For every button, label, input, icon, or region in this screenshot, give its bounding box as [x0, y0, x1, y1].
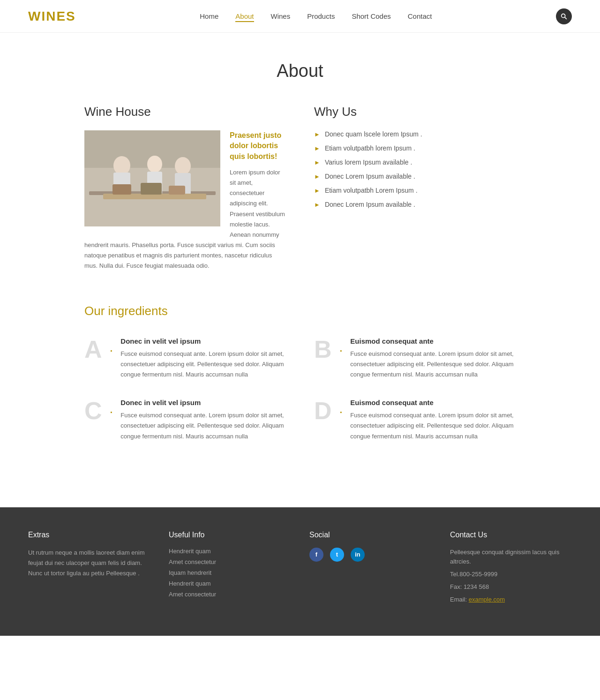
svg-point-9 — [175, 157, 191, 175]
nav-item-wines[interactable]: Wines — [271, 12, 291, 21]
wine-house-image — [84, 130, 220, 226]
ingredient-dot-a: . — [110, 341, 113, 354]
list-item: ► Varius lorem Ipsum available . — [314, 158, 516, 166]
footer-contact-address: Pelleesque conquat dignissim lacus quis … — [450, 548, 572, 567]
footer-contact-heading: Contact Us — [450, 531, 572, 539]
why-us-heading: Why Us — [314, 105, 516, 119]
ingredient-title-a: Donec in velit vel ipsum — [120, 337, 286, 345]
nav-item-products[interactable]: Products — [307, 12, 335, 21]
nav-item-home[interactable]: Home — [200, 12, 218, 21]
ingredient-dot-d: . — [339, 402, 343, 415]
twitter-icon[interactable]: t — [330, 548, 344, 562]
social-icons: f t in — [309, 548, 431, 562]
footer-extras: Extras Ut rutrum neque a mollis laoreet … — [28, 531, 150, 608]
nav-item-contact[interactable]: Contact — [408, 12, 432, 21]
list-item[interactable]: Amet consectetur — [169, 558, 291, 565]
ingredient-body-b: Fusce euismod consequat ante. Lorem ipsu… — [350, 349, 516, 380]
ingredients-heading: Our ingredients — [84, 304, 516, 318]
arrow-icon: ► — [314, 159, 320, 166]
ingredient-text-a: Donec in velit vel ipsum Fusce euismod c… — [120, 337, 286, 380]
search-button[interactable] — [556, 8, 572, 24]
arrow-icon: ► — [314, 145, 320, 152]
ingredient-body-a: Fusce euismod consequat ante. Lorem ipsu… — [120, 349, 286, 380]
ingredient-b: B . Euismod consequat ante Fusce euismod… — [314, 337, 516, 380]
ingredient-letter-c: C — [84, 399, 102, 423]
ingredient-title-c: Donec in velit vel ipsum — [120, 399, 286, 406]
svg-rect-14 — [169, 186, 185, 195]
ingredient-dot-c: . — [110, 402, 113, 415]
footer-contact-fax: Fax: 1234 568 — [450, 582, 572, 592]
ingredient-text-b: Euismod consequat ante Fusce euismod con… — [350, 337, 516, 380]
wine-house-illustration — [84, 130, 220, 226]
linkedin-icon[interactable]: in — [351, 548, 365, 562]
wine-house-section: Wine House — [84, 105, 286, 271]
ingredient-letter-a: A — [84, 337, 102, 361]
ingredient-letter-b: B — [314, 337, 332, 361]
main-content: Wine House — [70, 105, 530, 507]
svg-rect-12 — [112, 184, 131, 195]
list-item: ► Donec quam lscele lorem Ipsum . — [314, 130, 516, 138]
nav-item-about[interactable]: About — [235, 12, 254, 21]
ingredient-dot-b: . — [339, 341, 343, 354]
list-item: ► Donec Lorem Ipsum available . — [314, 201, 516, 208]
footer: Extras Ut rutrum neque a mollis laoreet … — [0, 507, 600, 636]
svg-point-7 — [147, 156, 162, 173]
site-logo[interactable]: WINES — [28, 9, 76, 24]
footer-contact-tel: Tel.800-255-9999 — [450, 570, 572, 580]
main-nav: WINES Home About Wines Products Short Co… — [0, 0, 600, 33]
list-item: ► Donec Lorem Ipsum available . — [314, 173, 516, 180]
ingredients-section: Our ingredients A . Donec in velit vel i… — [84, 304, 516, 442]
list-item: ► Etiam volutpatbh lorem Ipsum . — [314, 144, 516, 152]
ingredient-title-d: Euismod consequat ante — [350, 399, 516, 406]
ingredient-letter-d: D — [314, 399, 332, 423]
nav-item-shortcodes[interactable]: Short Codes — [352, 12, 390, 21]
ingredients-grid: A . Donec in velit vel ipsum Fusce euism… — [84, 337, 516, 442]
footer-extras-heading: Extras — [28, 531, 150, 539]
arrow-icon: ► — [314, 201, 320, 208]
footer-useful-links: Hendrerit quam Amet consectetur Iquam he… — [169, 548, 291, 598]
list-item[interactable]: Iquam hendrerit — [169, 569, 291, 576]
page-title-section: About — [0, 33, 600, 105]
svg-point-5 — [113, 156, 130, 175]
footer-grid: Extras Ut rutrum neque a mollis laoreet … — [28, 531, 572, 608]
ingredient-text-d: Euismod consequat ante Fusce euismod con… — [350, 399, 516, 441]
ingredient-d: D . Euismod consequat ante Fusce euismod… — [314, 399, 516, 441]
arrow-icon: ► — [314, 131, 320, 138]
list-item: ► Etiam volutpatbh Lorem Ipsum . — [314, 187, 516, 194]
wine-house-content: Praesent justo dolor lobortis quis lobor… — [84, 130, 286, 271]
wine-house-image-placeholder — [84, 130, 220, 226]
wine-house-heading: Wine House — [84, 105, 286, 119]
footer-email-label: Email: — [450, 596, 467, 603]
list-item[interactable]: Hendrerit quam — [169, 548, 291, 555]
ingredient-c: C . Donec in velit vel ipsum Fusce euism… — [84, 399, 286, 441]
why-us-section: Why Us ► Donec quam lscele lorem Ipsum .… — [314, 105, 516, 271]
footer-contact: Contact Us Pelleesque conquat dignissim … — [450, 531, 572, 608]
ingredient-a: A . Donec in velit vel ipsum Fusce euism… — [84, 337, 286, 380]
ingredient-text-c: Donec in velit vel ipsum Fusce euismod c… — [120, 399, 286, 441]
ingredient-body-c: Fusce euismod consequat ante. Lorem ipsu… — [120, 410, 286, 441]
footer-useful-heading: Useful Info — [169, 531, 291, 539]
footer-extras-body: Ut rutrum neque a mollis laoreet diam en… — [28, 548, 150, 579]
svg-rect-13 — [141, 183, 162, 195]
about-two-col: Wine House — [84, 105, 516, 271]
nav-links: Home About Wines Products Short Codes Co… — [200, 12, 432, 21]
list-item[interactable]: Hendrerit quam — [169, 580, 291, 587]
footer-social: Social f t in — [309, 531, 431, 608]
footer-contact-email[interactable]: example.com — [469, 596, 505, 603]
facebook-icon[interactable]: f — [309, 548, 323, 562]
search-icon — [560, 13, 568, 20]
page-title: About — [9, 61, 591, 81]
svg-line-1 — [565, 17, 567, 19]
why-us-list: ► Donec quam lscele lorem Ipsum . ► Etia… — [314, 130, 516, 208]
list-item[interactable]: Amet consectetur — [169, 591, 291, 598]
ingredient-body-d: Fusce euismod consequat ante. Lorem ipsu… — [350, 410, 516, 441]
arrow-icon: ► — [314, 173, 320, 180]
arrow-icon: ► — [314, 187, 320, 194]
footer-contact-email-row: Email: example.com — [450, 595, 572, 605]
footer-useful-info: Useful Info Hendrerit quam Amet consecte… — [169, 531, 291, 608]
ingredient-title-b: Euismod consequat ante — [350, 337, 516, 345]
footer-social-heading: Social — [309, 531, 431, 539]
